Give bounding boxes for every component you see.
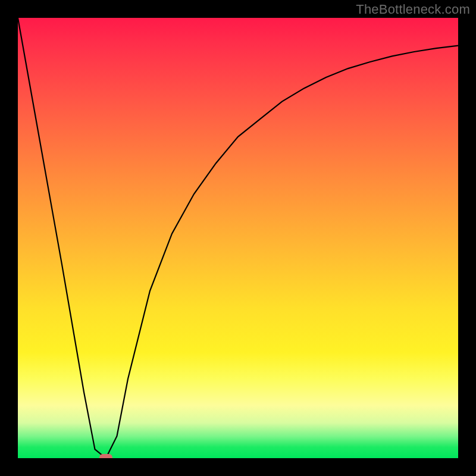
attribution-watermark: TheBottleneck.com — [356, 2, 470, 17]
curve-line — [18, 18, 458, 458]
bottleneck-curve — [18, 18, 458, 458]
plot-area — [18, 18, 458, 458]
minimum-marker — [99, 454, 112, 458]
chart-frame: TheBottleneck.com — [0, 0, 476, 476]
